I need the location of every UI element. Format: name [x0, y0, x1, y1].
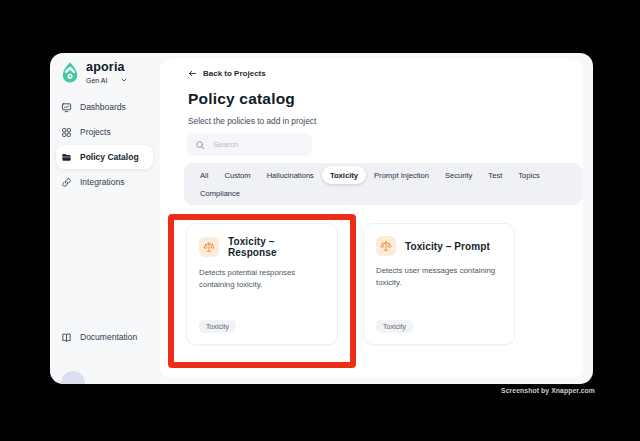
sidebar-item-label: Documentation	[80, 332, 137, 342]
card-title: Toxicity – Response	[228, 236, 325, 258]
tab-compliance[interactable]: Compliance	[192, 184, 248, 202]
policy-cards: Toxicity – Response Detects potential re…	[186, 223, 515, 345]
tabs-row-2: Compliance	[192, 184, 575, 202]
scales-icon	[199, 237, 219, 257]
sidebar-item-label: Policy Catalog	[80, 152, 139, 162]
card-title: Toxicity – Prompt	[405, 241, 490, 252]
policy-card-toxicity-prompt[interactable]: Toxicity – Prompt Detects user messages …	[363, 223, 515, 345]
search-icon	[195, 140, 205, 150]
card-tag-toxicity: Toxicity	[376, 320, 413, 333]
back-link-label: Back to Projects	[203, 69, 266, 78]
app-window: aporia Gen AI Dashb	[50, 53, 593, 384]
sidebar-item-projects[interactable]: Projects	[56, 120, 153, 144]
card-header: Toxicity – Prompt	[376, 236, 502, 256]
page-subtitle: Select the policies to add in project	[188, 116, 316, 126]
sidebar-item-documentation[interactable]: Documentation	[56, 325, 153, 349]
sidebar-item-dashboards[interactable]: Dashboards	[56, 95, 153, 119]
page-title: Policy catalog	[188, 90, 295, 108]
tab-prompt-injection[interactable]: Prompt Injection	[366, 166, 437, 184]
watermark-text: Screenshot by Xnapper.com	[501, 387, 595, 394]
tabs-row-1: All Custom Hallucinations Toxicity Promp…	[192, 166, 575, 184]
workspace-row: Gen AI	[86, 76, 128, 84]
sidebar-nav: Dashboards Projects	[50, 95, 160, 195]
card-header: Toxicity – Response	[199, 236, 325, 258]
aporia-logo-icon	[61, 61, 79, 85]
card-tag-toxicity: Toxicity	[199, 320, 236, 333]
workspace-name: Gen AI	[86, 77, 107, 84]
search-box[interactable]	[187, 133, 312, 156]
dashboards-icon	[61, 102, 72, 113]
back-to-projects-link[interactable]: Back to Projects	[188, 69, 266, 78]
search-input[interactable]	[211, 139, 307, 150]
screenshot-canvas: aporia Gen AI Dashb	[0, 0, 640, 441]
sidebar-item-policy-catalog[interactable]: Policy Catalog	[56, 145, 153, 169]
scales-icon	[376, 236, 396, 256]
category-filter-tabs: All Custom Hallucinations Toxicity Promp…	[184, 163, 583, 205]
user-avatar[interactable]	[61, 371, 85, 384]
tab-topics[interactable]: Topics	[510, 166, 548, 184]
projects-icon	[61, 127, 72, 138]
card-description: Detects potential responses containing t…	[199, 267, 325, 292]
tab-all[interactable]: All	[192, 166, 216, 184]
book-icon	[61, 332, 72, 343]
chevron-down-icon[interactable]	[120, 76, 128, 84]
sidebar-item-integrations[interactable]: Integrations	[56, 170, 153, 194]
link-icon	[61, 177, 72, 188]
tab-test[interactable]: Test	[480, 166, 510, 184]
policy-card-toxicity-response[interactable]: Toxicity – Response Detects potential re…	[186, 223, 338, 345]
folder-icon	[61, 152, 72, 163]
tab-hallucinations[interactable]: Hallucinations	[259, 166, 322, 184]
sidebar-item-label: Integrations	[80, 177, 124, 187]
brand-block: aporia Gen AI	[86, 61, 128, 84]
brand-name: aporia	[86, 61, 128, 74]
back-arrow-icon	[188, 69, 197, 78]
sidebar: aporia Gen AI Dashb	[50, 53, 160, 384]
sidebar-item-label: Dashboards	[80, 102, 126, 112]
tab-toxicity[interactable]: Toxicity	[322, 166, 366, 184]
workspace-switcher[interactable]: aporia Gen AI	[61, 61, 128, 85]
tab-security[interactable]: Security	[437, 166, 480, 184]
main-panel: Back to Projects Policy catalog Select t…	[160, 59, 583, 378]
card-description: Detects user messages containing toxicit…	[376, 265, 502, 290]
sidebar-item-label: Projects	[80, 127, 111, 137]
tab-custom[interactable]: Custom	[216, 166, 258, 184]
